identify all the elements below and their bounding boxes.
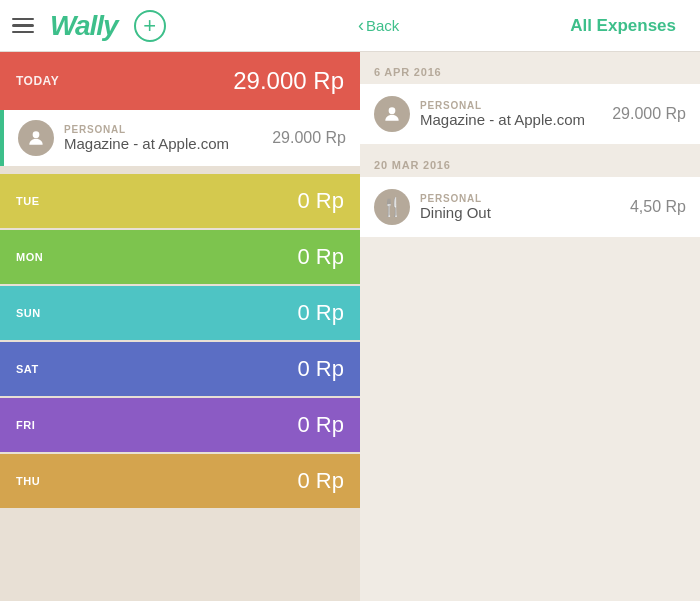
- today-entry-info: PERSONAL Magazine - at Apple.com: [64, 124, 272, 152]
- all-expenses-label: All Expenses: [570, 16, 676, 36]
- day-bar-sat[interactable]: SAT 0 Rp: [0, 342, 360, 396]
- day-bar-fri[interactable]: FRI 0 Rp: [0, 398, 360, 452]
- person-icon: [374, 96, 410, 132]
- day-label: FRI: [16, 419, 56, 431]
- day-bars: TUE 0 Rp MON 0 Rp SUN 0 Rp SAT 0 Rp FRI …: [0, 174, 360, 508]
- day-label: SUN: [16, 307, 56, 319]
- today-entry[interactable]: PERSONAL Magazine - at Apple.com 29.000 …: [0, 110, 360, 166]
- dining-icon: 🍴: [374, 189, 410, 225]
- expense-card[interactable]: 🍴 PERSONAL Dining Out 4,50 Rp: [360, 177, 700, 237]
- day-bar-mon[interactable]: MON 0 Rp: [0, 230, 360, 284]
- date-label: 6 APR 2016: [374, 66, 442, 78]
- today-amount: 29.000 Rp: [233, 67, 344, 95]
- right-panel: 6 APR 2016 PERSONAL Magazine - at Apple.…: [360, 52, 700, 601]
- header-right: ‹ Back All Expenses: [350, 15, 688, 36]
- today-bar: TODAY 29.000 Rp: [0, 52, 360, 110]
- date-label: 20 MAR 2016: [374, 159, 451, 171]
- day-amount: 0 Rp: [298, 468, 344, 494]
- header: Wally + ‹ Back All Expenses: [0, 0, 700, 52]
- expense-name: Magazine - at Apple.com: [420, 111, 612, 128]
- day-amount: 0 Rp: [298, 244, 344, 270]
- day-label: TUE: [16, 195, 56, 207]
- day-label: THU: [16, 475, 56, 487]
- add-button[interactable]: +: [134, 10, 166, 42]
- date-section: 20 MAR 2016: [360, 145, 700, 177]
- today-label: TODAY: [16, 74, 59, 88]
- day-bar-sun[interactable]: SUN 0 Rp: [0, 286, 360, 340]
- day-amount: 0 Rp: [298, 300, 344, 326]
- menu-icon[interactable]: [12, 18, 34, 34]
- main-content: TODAY 29.000 Rp PERSONAL Magazine - at A…: [0, 52, 700, 601]
- today-entry-name: Magazine - at Apple.com: [64, 135, 272, 152]
- expense-info: PERSONAL Dining Out: [420, 193, 630, 221]
- day-amount: 0 Rp: [298, 188, 344, 214]
- app-logo: Wally: [50, 10, 118, 42]
- expense-info: PERSONAL Magazine - at Apple.com: [420, 100, 612, 128]
- svg-point-0: [33, 131, 40, 138]
- expense-amount: 4,50 Rp: [630, 198, 686, 216]
- header-left: Wally +: [12, 10, 350, 42]
- left-panel: TODAY 29.000 Rp PERSONAL Magazine - at A…: [0, 52, 360, 601]
- day-amount: 0 Rp: [298, 412, 344, 438]
- expense-category: PERSONAL: [420, 100, 612, 111]
- chevron-left-icon: ‹: [358, 15, 364, 36]
- expense-card[interactable]: PERSONAL Magazine - at Apple.com 29.000 …: [360, 84, 700, 144]
- today-entry-category: PERSONAL: [64, 124, 272, 135]
- today-entry-amount: 29.000 Rp: [272, 129, 346, 147]
- day-label: MON: [16, 251, 56, 263]
- plus-icon: +: [143, 13, 156, 39]
- expense-category: PERSONAL: [420, 193, 630, 204]
- back-label: Back: [366, 17, 399, 34]
- person-icon: [18, 120, 54, 156]
- day-bar-thu[interactable]: THU 0 Rp: [0, 454, 360, 508]
- expense-amount: 29.000 Rp: [612, 105, 686, 123]
- day-label: SAT: [16, 363, 56, 375]
- back-button[interactable]: ‹ Back: [358, 15, 399, 36]
- date-section: 6 APR 2016: [360, 52, 700, 84]
- expense-name: Dining Out: [420, 204, 630, 221]
- svg-point-1: [389, 107, 396, 114]
- day-amount: 0 Rp: [298, 356, 344, 382]
- day-bar-tue[interactable]: TUE 0 Rp: [0, 174, 360, 228]
